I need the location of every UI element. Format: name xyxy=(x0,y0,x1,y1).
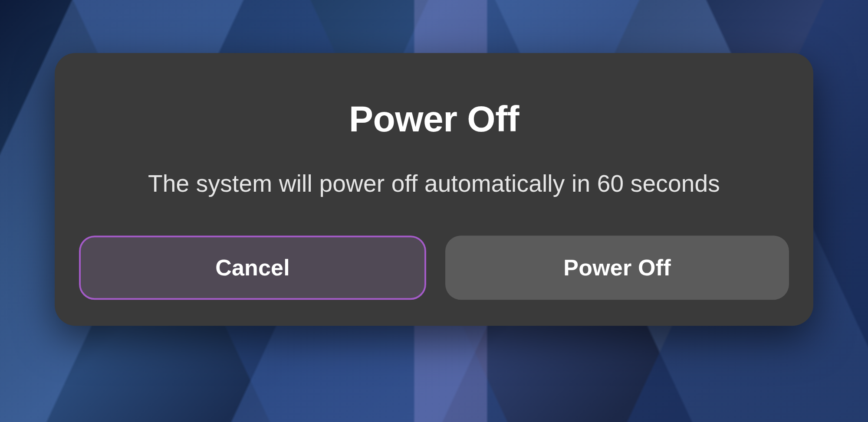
dialog-message: The system will power off automatically … xyxy=(79,170,789,197)
dialog-title: Power Off xyxy=(79,98,789,140)
power-off-dialog: Power Off The system will power off auto… xyxy=(55,53,813,326)
cancel-button[interactable]: Cancel xyxy=(79,236,426,300)
dialog-button-row: Cancel Power Off xyxy=(79,236,789,300)
power-off-button[interactable]: Power Off xyxy=(445,236,789,300)
